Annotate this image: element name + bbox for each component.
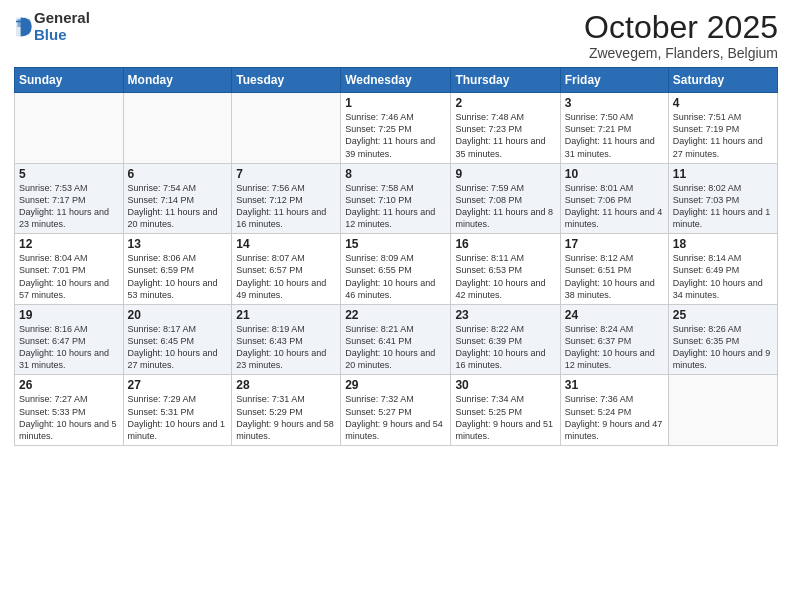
- day-number: 11: [673, 167, 773, 181]
- day-cell: 10Sunrise: 8:01 AM Sunset: 7:06 PM Dayli…: [560, 163, 668, 234]
- week-row-4: 26Sunrise: 7:27 AM Sunset: 5:33 PM Dayli…: [15, 375, 778, 446]
- day-number: 19: [19, 308, 119, 322]
- header-row: Sunday Monday Tuesday Wednesday Thursday…: [15, 68, 778, 93]
- week-row-0: 1Sunrise: 7:46 AM Sunset: 7:25 PM Daylig…: [15, 93, 778, 164]
- calendar: Sunday Monday Tuesday Wednesday Thursday…: [14, 67, 778, 446]
- day-info: Sunrise: 8:06 AM Sunset: 6:59 PM Dayligh…: [128, 252, 228, 301]
- day-number: 20: [128, 308, 228, 322]
- day-cell: 4Sunrise: 7:51 AM Sunset: 7:19 PM Daylig…: [668, 93, 777, 164]
- day-number: 29: [345, 378, 446, 392]
- day-cell: 29Sunrise: 7:32 AM Sunset: 5:27 PM Dayli…: [341, 375, 451, 446]
- day-cell: 6Sunrise: 7:54 AM Sunset: 7:14 PM Daylig…: [123, 163, 232, 234]
- col-sunday: Sunday: [15, 68, 124, 93]
- col-thursday: Thursday: [451, 68, 560, 93]
- day-info: Sunrise: 8:09 AM Sunset: 6:55 PM Dayligh…: [345, 252, 446, 301]
- day-info: Sunrise: 7:58 AM Sunset: 7:10 PM Dayligh…: [345, 182, 446, 231]
- day-number: 16: [455, 237, 555, 251]
- day-info: Sunrise: 7:54 AM Sunset: 7:14 PM Dayligh…: [128, 182, 228, 231]
- day-info: Sunrise: 7:32 AM Sunset: 5:27 PM Dayligh…: [345, 393, 446, 442]
- col-tuesday: Tuesday: [232, 68, 341, 93]
- day-number: 22: [345, 308, 446, 322]
- day-info: Sunrise: 8:04 AM Sunset: 7:01 PM Dayligh…: [19, 252, 119, 301]
- day-cell: 24Sunrise: 8:24 AM Sunset: 6:37 PM Dayli…: [560, 304, 668, 375]
- week-row-1: 5Sunrise: 7:53 AM Sunset: 7:17 PM Daylig…: [15, 163, 778, 234]
- day-cell: [232, 93, 341, 164]
- day-info: Sunrise: 8:22 AM Sunset: 6:39 PM Dayligh…: [455, 323, 555, 372]
- day-cell: 7Sunrise: 7:56 AM Sunset: 7:12 PM Daylig…: [232, 163, 341, 234]
- day-info: Sunrise: 8:19 AM Sunset: 6:43 PM Dayligh…: [236, 323, 336, 372]
- day-info: Sunrise: 7:34 AM Sunset: 5:25 PM Dayligh…: [455, 393, 555, 442]
- day-cell: 22Sunrise: 8:21 AM Sunset: 6:41 PM Dayli…: [341, 304, 451, 375]
- logo-icon: [14, 16, 32, 38]
- day-cell: [668, 375, 777, 446]
- day-cell: 8Sunrise: 7:58 AM Sunset: 7:10 PM Daylig…: [341, 163, 451, 234]
- day-info: Sunrise: 7:31 AM Sunset: 5:29 PM Dayligh…: [236, 393, 336, 442]
- week-row-3: 19Sunrise: 8:16 AM Sunset: 6:47 PM Dayli…: [15, 304, 778, 375]
- day-cell: 3Sunrise: 7:50 AM Sunset: 7:21 PM Daylig…: [560, 93, 668, 164]
- day-info: Sunrise: 7:46 AM Sunset: 7:25 PM Dayligh…: [345, 111, 446, 160]
- day-cell: 1Sunrise: 7:46 AM Sunset: 7:25 PM Daylig…: [341, 93, 451, 164]
- day-number: 14: [236, 237, 336, 251]
- week-row-2: 12Sunrise: 8:04 AM Sunset: 7:01 PM Dayli…: [15, 234, 778, 305]
- day-number: 15: [345, 237, 446, 251]
- day-number: 21: [236, 308, 336, 322]
- day-cell: 16Sunrise: 8:11 AM Sunset: 6:53 PM Dayli…: [451, 234, 560, 305]
- day-number: 7: [236, 167, 336, 181]
- day-number: 12: [19, 237, 119, 251]
- day-number: 10: [565, 167, 664, 181]
- day-info: Sunrise: 8:02 AM Sunset: 7:03 PM Dayligh…: [673, 182, 773, 231]
- day-cell: 28Sunrise: 7:31 AM Sunset: 5:29 PM Dayli…: [232, 375, 341, 446]
- day-cell: 27Sunrise: 7:29 AM Sunset: 5:31 PM Dayli…: [123, 375, 232, 446]
- day-info: Sunrise: 7:29 AM Sunset: 5:31 PM Dayligh…: [128, 393, 228, 442]
- day-cell: 9Sunrise: 7:59 AM Sunset: 7:08 PM Daylig…: [451, 163, 560, 234]
- day-number: 13: [128, 237, 228, 251]
- day-cell: 31Sunrise: 7:36 AM Sunset: 5:24 PM Dayli…: [560, 375, 668, 446]
- day-info: Sunrise: 8:12 AM Sunset: 6:51 PM Dayligh…: [565, 252, 664, 301]
- day-cell: 15Sunrise: 8:09 AM Sunset: 6:55 PM Dayli…: [341, 234, 451, 305]
- logo-general: General: [34, 10, 90, 27]
- logo: General Blue: [14, 10, 90, 43]
- day-info: Sunrise: 7:51 AM Sunset: 7:19 PM Dayligh…: [673, 111, 773, 160]
- day-cell: 13Sunrise: 8:06 AM Sunset: 6:59 PM Dayli…: [123, 234, 232, 305]
- day-number: 26: [19, 378, 119, 392]
- day-info: Sunrise: 7:59 AM Sunset: 7:08 PM Dayligh…: [455, 182, 555, 231]
- col-monday: Monday: [123, 68, 232, 93]
- day-info: Sunrise: 7:50 AM Sunset: 7:21 PM Dayligh…: [565, 111, 664, 160]
- day-number: 17: [565, 237, 664, 251]
- day-cell: [123, 93, 232, 164]
- subtitle: Zwevegem, Flanders, Belgium: [584, 45, 778, 61]
- col-friday: Friday: [560, 68, 668, 93]
- day-info: Sunrise: 8:24 AM Sunset: 6:37 PM Dayligh…: [565, 323, 664, 372]
- day-number: 4: [673, 96, 773, 110]
- day-cell: 20Sunrise: 8:17 AM Sunset: 6:45 PM Dayli…: [123, 304, 232, 375]
- logo-blue: Blue: [34, 27, 90, 44]
- day-info: Sunrise: 8:07 AM Sunset: 6:57 PM Dayligh…: [236, 252, 336, 301]
- day-cell: 30Sunrise: 7:34 AM Sunset: 5:25 PM Dayli…: [451, 375, 560, 446]
- day-number: 31: [565, 378, 664, 392]
- day-cell: 25Sunrise: 8:26 AM Sunset: 6:35 PM Dayli…: [668, 304, 777, 375]
- col-saturday: Saturday: [668, 68, 777, 93]
- main-title: October 2025: [584, 10, 778, 45]
- day-info: Sunrise: 7:53 AM Sunset: 7:17 PM Dayligh…: [19, 182, 119, 231]
- day-cell: 17Sunrise: 8:12 AM Sunset: 6:51 PM Dayli…: [560, 234, 668, 305]
- col-wednesday: Wednesday: [341, 68, 451, 93]
- day-number: 25: [673, 308, 773, 322]
- day-number: 1: [345, 96, 446, 110]
- day-number: 18: [673, 237, 773, 251]
- day-info: Sunrise: 8:21 AM Sunset: 6:41 PM Dayligh…: [345, 323, 446, 372]
- day-info: Sunrise: 7:56 AM Sunset: 7:12 PM Dayligh…: [236, 182, 336, 231]
- day-number: 24: [565, 308, 664, 322]
- day-info: Sunrise: 7:48 AM Sunset: 7:23 PM Dayligh…: [455, 111, 555, 160]
- day-cell: 12Sunrise: 8:04 AM Sunset: 7:01 PM Dayli…: [15, 234, 124, 305]
- day-number: 30: [455, 378, 555, 392]
- day-cell: 11Sunrise: 8:02 AM Sunset: 7:03 PM Dayli…: [668, 163, 777, 234]
- day-number: 8: [345, 167, 446, 181]
- header: General Blue October 2025 Zwevegem, Flan…: [14, 10, 778, 61]
- day-info: Sunrise: 8:14 AM Sunset: 6:49 PM Dayligh…: [673, 252, 773, 301]
- day-cell: 19Sunrise: 8:16 AM Sunset: 6:47 PM Dayli…: [15, 304, 124, 375]
- day-number: 28: [236, 378, 336, 392]
- day-cell: 5Sunrise: 7:53 AM Sunset: 7:17 PM Daylig…: [15, 163, 124, 234]
- day-cell: 21Sunrise: 8:19 AM Sunset: 6:43 PM Dayli…: [232, 304, 341, 375]
- day-number: 9: [455, 167, 555, 181]
- day-number: 23: [455, 308, 555, 322]
